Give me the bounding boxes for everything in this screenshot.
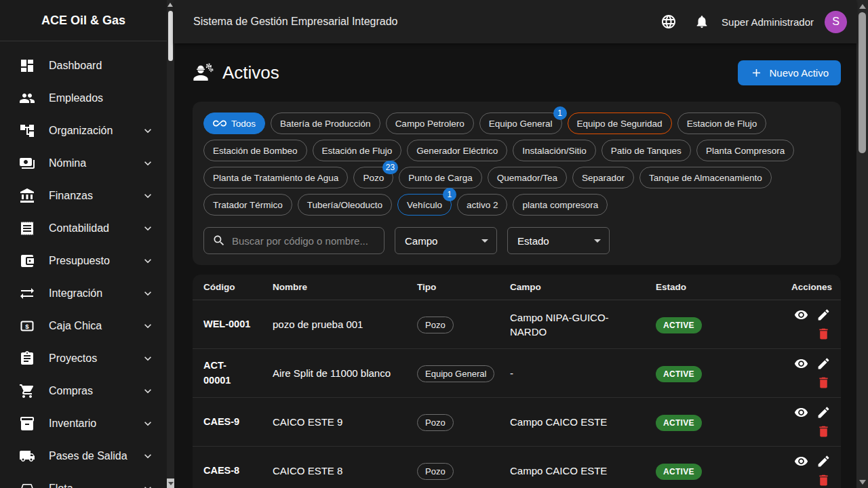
sidebar-item[interactable]: Compras xyxy=(0,375,167,407)
filter-chip[interactable]: Quemador/Tea xyxy=(488,167,567,188)
sidebar-item[interactable]: Proyectos xyxy=(0,342,167,375)
sidebar-scroll-up-icon[interactable] xyxy=(167,3,173,7)
filter-chip[interactable]: Vehículo 1 xyxy=(397,194,452,216)
sidebar-item[interactable]: Organización xyxy=(0,115,167,147)
filter-chip-label: Vehículo xyxy=(407,200,442,210)
filter-chip-label: Tubería/Oleoducto xyxy=(307,200,382,210)
chevron-down-icon xyxy=(141,222,155,235)
chevron-down-icon xyxy=(141,254,155,268)
filter-chip-label: Planta Compresora xyxy=(706,146,785,156)
sidebar-item-label: Flota xyxy=(49,483,73,488)
table-row: ACT-00001 Aire Split de 11000 blanco Equ… xyxy=(193,349,841,398)
filter-chip[interactable]: Equipo de Seguridad xyxy=(568,113,672,134)
sidebar-item[interactable]: Caja Chica xyxy=(0,310,167,342)
asset-type-chip: Pozo xyxy=(417,317,454,333)
sidebar-item[interactable]: Integración xyxy=(0,277,167,310)
edit-pencil-icon[interactable] xyxy=(816,308,831,322)
asset-code: CAES-8 xyxy=(203,464,273,478)
main-scrollbar-thumb[interactable] xyxy=(859,12,866,153)
sidebar-item-label: Caja Chica xyxy=(49,320,102,332)
avatar[interactable]: S xyxy=(825,11,847,33)
new-asset-button[interactable]: Nuevo Activo xyxy=(738,60,841,85)
edit-pencil-icon[interactable] xyxy=(816,454,831,468)
sidebar-item[interactable]: Presupuesto xyxy=(0,245,167,277)
filter-chip[interactable]: Planta Compresora xyxy=(696,140,794,161)
asset-code: ACT-00001 xyxy=(203,359,273,387)
sidebar-item-icon xyxy=(19,350,35,367)
filter-chip[interactable]: Instalación/Sitio xyxy=(513,140,596,161)
filter-chip[interactable]: Tubería/Oleoducto xyxy=(298,194,392,216)
filter-chip[interactable]: Estación de Bombeo xyxy=(203,140,307,161)
delete-trash-icon[interactable] xyxy=(816,473,831,487)
row-actions xyxy=(791,405,831,439)
asset-name: Aire Split de 11000 blanco xyxy=(273,367,417,379)
language-globe-icon[interactable] xyxy=(660,14,677,30)
delete-trash-icon[interactable] xyxy=(816,327,831,341)
sidebar-item-icon xyxy=(19,415,35,432)
filter-chip[interactable]: Equipo General 1 xyxy=(479,113,562,134)
sidebar-item-label: Contabilidad xyxy=(49,222,109,235)
sidebar-item[interactable]: Dashboard xyxy=(0,49,167,82)
filter-chip[interactable]: planta compresora xyxy=(513,194,608,216)
view-eye-icon[interactable] xyxy=(794,357,808,371)
sidebar-item-label: Proyectos xyxy=(49,352,97,365)
campo-select[interactable]: Campo xyxy=(395,227,497,254)
user-name: Super Administrador xyxy=(722,16,814,28)
filter-chip[interactable]: Separador xyxy=(572,167,634,188)
sidebar-item[interactable]: Flota xyxy=(0,472,167,488)
filter-chip[interactable]: Pozo 23 xyxy=(353,167,393,188)
asset-name: CAICO ESTE 9 xyxy=(273,416,417,428)
sidebar-item-icon xyxy=(19,58,35,74)
sidebar-item[interactable]: Nómina xyxy=(0,147,167,180)
filter-chip-label: Batería de Producción xyxy=(280,119,371,129)
table-row: CAES-9 CAICO ESTE 9 Pozo Campo CAICO EST… xyxy=(193,398,841,447)
sidebar-item-label: Nómina xyxy=(49,157,86,169)
sidebar-item[interactable]: Inventario xyxy=(0,407,167,440)
filter-chip[interactable]: Patio de Tanques xyxy=(601,140,691,161)
assets-table: CódigoNombreTipoCampoEstadoAcciones WEL-… xyxy=(193,274,841,488)
edit-pencil-icon[interactable] xyxy=(816,357,831,371)
delete-trash-icon[interactable] xyxy=(816,424,831,439)
view-eye-icon[interactable] xyxy=(794,454,808,468)
filter-chip[interactable]: Generador Eléctrico xyxy=(407,140,507,161)
view-eye-icon[interactable] xyxy=(794,405,808,420)
view-eye-icon[interactable] xyxy=(794,308,808,322)
filter-chip[interactable]: Tratador Térmico xyxy=(203,194,292,216)
sidebar-scrollbar[interactable] xyxy=(167,0,174,488)
sidebar-scroll-down-button[interactable] xyxy=(167,479,174,488)
sidebar-item-label: Empleados xyxy=(49,92,103,104)
engineering-icon xyxy=(193,62,214,83)
asset-type-chip: Equipo General xyxy=(417,365,494,382)
sidebar-item-label: Presupuesto xyxy=(49,255,110,267)
scroll-up-icon[interactable] xyxy=(859,4,866,9)
filter-chip[interactable]: Todos xyxy=(203,113,265,134)
sidebar-item-icon xyxy=(19,155,35,171)
chevron-down-icon xyxy=(141,352,155,365)
sidebar-item-label: Integración xyxy=(49,287,102,300)
filter-chip-label: Generador Eléctrico xyxy=(416,146,498,156)
filter-chip[interactable]: Punto de Carga xyxy=(399,167,482,188)
filter-chip[interactable]: Planta de Tratamiento de Agua xyxy=(203,167,348,188)
page-title: Activos xyxy=(222,62,279,83)
edit-pencil-icon[interactable] xyxy=(816,405,831,420)
scroll-down-icon[interactable] xyxy=(859,480,866,485)
sidebar-item-icon xyxy=(19,188,35,204)
filter-chip[interactable]: Estación de Flujo xyxy=(313,140,402,161)
sidebar-item-icon xyxy=(19,253,35,269)
sidebar-scrollbar-thumb[interactable] xyxy=(168,11,173,61)
sidebar-item[interactable]: Empleados xyxy=(0,82,167,115)
notifications-bell-icon[interactable] xyxy=(694,14,709,29)
filter-chip[interactable]: Campo Petrolero xyxy=(386,113,474,134)
asset-type-chip: Pozo xyxy=(417,414,454,431)
search-input[interactable] xyxy=(232,235,376,247)
sidebar-item[interactable]: Contabilidad xyxy=(0,212,167,245)
sidebar-item[interactable]: Pases de Salida xyxy=(0,440,167,472)
main-scrollbar[interactable] xyxy=(856,0,868,488)
sidebar-item[interactable]: Finanzas xyxy=(0,180,167,212)
delete-trash-icon[interactable] xyxy=(816,375,831,390)
filter-chip[interactable]: Batería de Producción xyxy=(271,113,380,134)
filter-chip[interactable]: Tanque de Almacenamiento xyxy=(639,167,772,188)
filter-chip[interactable]: Estacion de Flujo xyxy=(677,113,767,134)
estado-select[interactable]: Estado xyxy=(507,227,610,254)
filter-chip[interactable]: activo 2 xyxy=(457,194,508,216)
